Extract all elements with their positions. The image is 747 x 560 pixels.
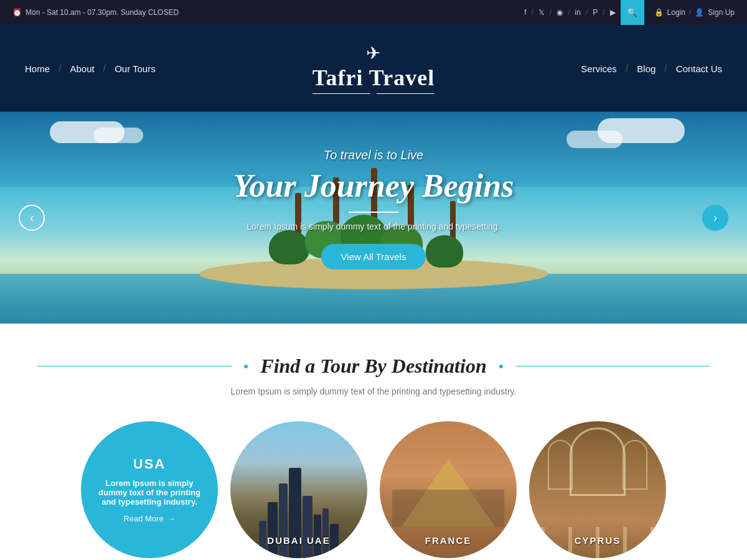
lock-icon: 🔒 [654,8,664,17]
nav-brand: ✈ Tafri Travel [312,43,435,94]
top-bar: ⏰ Mon - Sat 10.am - 07.30pm. Sunday CLOS… [0,0,747,25]
section-line-right [515,366,710,366]
top-bar-right: f / 𝕏 / ◉ / in / P / ▶ 🔍 🔒 Login / 👤 Sig… [524,0,735,25]
youtube-icon: ▶ [610,8,616,17]
nav-services[interactable]: Services [581,63,617,74]
facebook-link[interactable]: f [524,8,526,17]
section-header: Find a Tour By Destination [37,355,710,378]
instagram-link[interactable]: ◉ [557,8,563,17]
hero-title: Your Journey Begins [233,167,514,204]
find-tour-section: Find a Tour By Destination Lorem Ipsum i… [0,324,747,560]
destination-usa[interactable]: USA Lorem Ipsum is simply dummy text of … [81,421,218,558]
nav-left: Home / About / Our Tours [25,63,156,74]
dest-usa-arrow: → [167,514,176,523]
twitter-link[interactable]: 𝕏 [538,8,545,17]
cyprus-main-arch [570,427,626,496]
section-line-end-left [244,365,248,368]
business-hours: ⏰ Mon - Sat 10.am - 07.30pm. Sunday CLOS… [12,8,179,17]
pinterest-link[interactable]: P [593,8,598,17]
nav-home[interactable]: Home [25,63,50,74]
section-line-left [37,366,232,366]
destination-france[interactable]: FRANCE [380,421,517,558]
user-icon: 👤 [695,8,704,17]
carousel-next-button[interactable]: › [702,205,728,231]
login-link[interactable]: Login [667,8,685,17]
cloud-2 [93,128,143,143]
destination-dubai[interactable]: DUBAI UAE [230,421,367,558]
section-description: Lorem Ipsum is simply dummy text of the … [37,386,710,396]
clock-icon: ⏰ [12,8,22,17]
cloud-4 [566,131,622,148]
linkedin-icon: in [575,8,581,17]
dest-cyprus-label: CYPRUS [529,535,666,546]
brand-icon: ✈ [312,43,435,63]
youtube-link[interactable]: ▶ [610,8,616,17]
navbar: Home / About / Our Tours ✈ Tafri Travel … [0,25,747,112]
hero-description: Lorem Ipsum is simply dummy text of the … [233,222,514,231]
nav-right: Services / Blog / Contact Us [581,63,722,74]
dest-usa-desc: Lorem Ipsum is simply dummy text of the … [93,478,205,506]
hero-section: ‹ › To travel is to Live Your Journey Be… [0,112,747,324]
dest-usa-name: USA [133,456,166,472]
hero-subtitle: To travel is to Live [233,148,514,162]
dest-usa-link-text: Read More [123,514,163,523]
carousel-prev-button[interactable]: ‹ [19,205,45,231]
signup-link[interactable]: Sign Up [708,8,735,17]
section-title: Find a Tour By Destination [260,355,486,378]
dest-france-label: FRANCE [380,535,517,546]
hero-content: To travel is to Live Your Journey Begins… [233,148,514,288]
destinations-row: USA Lorem Ipsum is simply dummy text of … [37,415,710,560]
linkedin-link[interactable]: in [575,8,581,17]
instagram-icon: ◉ [557,8,563,17]
section-line-end-right [499,365,503,368]
facebook-icon: f [524,8,526,17]
auth-links: 🔒 Login / 👤 Sign Up [654,8,735,17]
pinterest-icon: P [593,8,598,17]
nav-our-tours[interactable]: Our Tours [115,63,156,74]
dest-dubai-label: DUBAI UAE [230,535,367,546]
view-travels-button[interactable]: View All Travels [321,244,426,269]
brand-divider [312,93,435,94]
hero-divider [349,212,398,213]
nav-about[interactable]: About [70,63,94,74]
nav-blog[interactable]: Blog [637,63,655,74]
destination-cyprus[interactable]: CYPRUS [529,421,666,558]
nav-contact[interactable]: Contact Us [676,63,722,74]
hours-text: Mon - Sat 10.am - 07.30pm. Sunday CLOSED [26,8,179,17]
twitter-icon: 𝕏 [538,8,545,17]
dest-usa-link[interactable]: Read More → [123,514,175,523]
brand-title: Tafri Travel [312,65,435,91]
search-button[interactable]: 🔍 [621,0,644,25]
